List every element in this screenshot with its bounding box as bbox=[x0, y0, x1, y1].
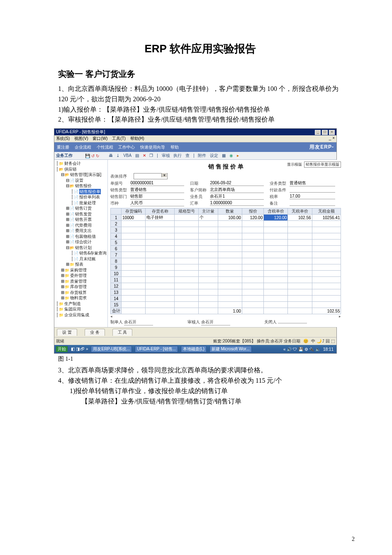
export-icon[interactable]: ⤓ bbox=[116, 153, 119, 158]
pay-value[interactable] bbox=[290, 187, 335, 193]
mdi-controls[interactable]: _ × bbox=[329, 136, 335, 142]
remark-value[interactable] bbox=[290, 200, 335, 206]
tree-node[interactable]: ⊟ 销售报价 bbox=[55, 183, 107, 189]
tree-node[interactable]: ⊞ 代垫费用 bbox=[55, 222, 107, 228]
tree-node[interactable]: ⊞ 销售发货 bbox=[55, 211, 107, 217]
tab-business[interactable]: 业 务 bbox=[85, 329, 105, 336]
tree-node[interactable]: ⊟ 设置 bbox=[55, 178, 107, 183]
settings-icon[interactable]: 设定 bbox=[210, 153, 218, 159]
quicklaunch-icon[interactable]: ◧ ◨ 🗗 » bbox=[71, 347, 88, 351]
nav-tree[interactable]: ┊ 财务会计┊ 供应链⊟ 销售管理[演示版]⊟ 设置⊟ 销售报价┊ 销售报价单┊… bbox=[54, 160, 108, 327]
window-controls[interactable]: _ □ × bbox=[315, 129, 335, 135]
table-row[interactable]: 4 bbox=[111, 233, 341, 240]
tree-node[interactable]: ⊞ 存货核算 bbox=[55, 290, 107, 296]
tree-node[interactable]: ⊞ 包装物租借 bbox=[55, 234, 107, 240]
save-icon[interactable]: 💾 ↺ ↻ bbox=[85, 154, 99, 158]
table-row[interactable]: 110000电子挂钟个100.00120.00120.00102.5610256… bbox=[111, 215, 341, 221]
menubar[interactable]: 系统(S) 视图(V) 窗口(W) 工具(T) 帮助(H) _ × bbox=[54, 135, 336, 142]
table-row[interactable]: 8 bbox=[111, 258, 341, 264]
table-row[interactable]: 6 bbox=[111, 246, 341, 252]
cmd-quickguide[interactable]: 快速使用向导 bbox=[140, 145, 165, 149]
biz-value[interactable]: 普通销售 bbox=[290, 180, 335, 186]
table-row[interactable]: 15 bbox=[111, 302, 341, 308]
table-row[interactable]: 10 bbox=[111, 271, 341, 277]
dept-value[interactable]: 销售部 bbox=[130, 193, 184, 200]
close-icon[interactable]: × bbox=[329, 130, 335, 135]
tree-node[interactable]: ┊ 供应链 bbox=[55, 166, 107, 172]
minimize-icon[interactable]: _ bbox=[315, 130, 321, 135]
tray-icons[interactable]: « 🔊 🛡 💾 ⚙ 🔌 🔈 bbox=[283, 347, 320, 352]
template-selector[interactable]: 显示模版 销售报价单显示模版 bbox=[287, 161, 341, 168]
tree-node[interactable]: ┊ 企业应用集成 bbox=[55, 312, 107, 318]
windows-taskbar[interactable]: 开始 ◧ ◨ 🗗 » 用友ERP-UB[系统... UFIDA-ERP - [销… bbox=[54, 345, 336, 353]
doc-icon[interactable]: ▤ bbox=[135, 153, 139, 158]
table-row[interactable]: 5 bbox=[111, 240, 341, 246]
menu-help[interactable]: 帮助(H) bbox=[130, 136, 144, 141]
cmd-help[interactable]: 帮助 bbox=[170, 145, 179, 149]
tree-node[interactable]: ⊞ 销售订货 bbox=[55, 205, 107, 211]
bottom-tabs[interactable]: 设 置 业 务 工 具 bbox=[54, 327, 336, 337]
task-button[interactable]: 本地磁盘(L) bbox=[181, 346, 207, 352]
template-value[interactable]: 销售报价单显示模版 bbox=[304, 161, 341, 168]
rate-value[interactable]: 1.00000000 bbox=[210, 200, 264, 206]
menu-view[interactable]: 视图(V) bbox=[74, 136, 88, 141]
table-row[interactable]: 11 bbox=[111, 277, 341, 283]
table-row[interactable]: 3 bbox=[111, 227, 341, 233]
tree-node[interactable]: ⊟ 销售管理[演示版] bbox=[55, 172, 107, 178]
tree-node[interactable]: ⊞ 质量管理 bbox=[55, 279, 107, 284]
tree-node[interactable]: ┊ 集团应用 bbox=[55, 306, 107, 312]
task-button[interactable]: 用友ERP-UB[系统... bbox=[91, 346, 132, 352]
menu-window[interactable]: 窗口(W) bbox=[93, 136, 107, 141]
close-icon[interactable]: × bbox=[332, 136, 335, 140]
currency-value[interactable]: 人民币 bbox=[130, 200, 184, 206]
tree-node[interactable]: ┊ 财务会计 bbox=[55, 161, 107, 166]
table-row[interactable]: 2 bbox=[111, 221, 341, 227]
find-icon[interactable]: 查 bbox=[185, 153, 190, 159]
tree-node[interactable]: ┊ 销售报价单 bbox=[55, 189, 107, 195]
tree-node[interactable]: ┊ 销售&存量查询 bbox=[55, 250, 107, 256]
table-row[interactable]: 14 bbox=[111, 296, 341, 302]
minimize-icon[interactable]: _ bbox=[329, 136, 331, 140]
no-value[interactable]: 0000000001 bbox=[130, 181, 184, 186]
tab-settings[interactable]: 设 置 bbox=[57, 329, 77, 336]
tax-value[interactable]: 17.00 bbox=[290, 194, 335, 199]
tree-node[interactable]: ┊ 生产制造 bbox=[55, 301, 107, 307]
tree-node[interactable]: ┊ 月末结账 bbox=[55, 256, 107, 262]
table-row[interactable]: 13 bbox=[111, 289, 341, 296]
delete-icon[interactable]: ✕ bbox=[143, 153, 146, 158]
menu-system[interactable]: 系统(S) bbox=[56, 136, 70, 141]
task-button[interactable]: UFIDA-ERP - [销售... bbox=[135, 346, 178, 352]
toolbar-icons[interactable]: 🖶 ⤓ VBA ▤ ✕ ❐ | 审核 执行 查 | 附件 设定 ▦ ◉ ▸ bbox=[107, 153, 240, 159]
cmd-personal-flow[interactable]: 个性流程 bbox=[97, 145, 113, 149]
tree-node[interactable]: ┊ 报价单列表 bbox=[55, 194, 107, 200]
status-icons[interactable]: 中 🌙 ⤴ 回 ⬚ bbox=[311, 339, 335, 343]
tree-node[interactable]: ⊞ 物料需求 bbox=[55, 295, 107, 301]
tree-node[interactable]: ⊞ 采购管理 bbox=[55, 267, 107, 273]
saletype-value[interactable]: 普通销售 bbox=[130, 187, 184, 193]
table-row[interactable]: 7 bbox=[111, 252, 341, 258]
sort-select[interactable] bbox=[134, 173, 168, 179]
cmd-workcenter[interactable]: 工作中心 bbox=[118, 145, 135, 149]
print-icon[interactable]: 🖶 bbox=[109, 153, 113, 158]
audit-icon[interactable]: 审核 bbox=[162, 153, 170, 159]
vba-icon[interactable]: VBA bbox=[123, 153, 131, 158]
table-row[interactable]: 12 bbox=[111, 283, 341, 289]
task-button[interactable]: 新建 Microsoft Wor... bbox=[209, 346, 252, 352]
tree-node[interactable]: ⊞ 委外管理 bbox=[55, 273, 107, 279]
person-value[interactable]: 余石开1 bbox=[210, 193, 264, 200]
tab-tools[interactable]: 工 具 bbox=[112, 329, 133, 336]
menu-tools[interactable]: 工具(T) bbox=[112, 136, 126, 141]
cmd-enterprise-flow[interactable]: 企业流程 bbox=[75, 145, 91, 149]
grid-icon[interactable]: ▦ bbox=[222, 153, 226, 158]
start-button[interactable]: 开始 bbox=[56, 346, 68, 352]
date-value[interactable]: 2006-09-02 bbox=[210, 181, 264, 186]
exit-icon[interactable]: ▸ bbox=[237, 153, 239, 158]
tree-node[interactable]: ⊞ 综合统计 bbox=[55, 239, 107, 245]
copy-icon[interactable]: ❐ bbox=[149, 153, 153, 158]
tree-node[interactable]: ⊞ 费用支出 bbox=[55, 228, 107, 234]
maximize-icon[interactable]: □ bbox=[322, 130, 328, 135]
table-row[interactable]: 9 bbox=[111, 264, 341, 271]
tree-node[interactable]: ⊞ 库存管理 bbox=[55, 284, 107, 290]
ime-icon[interactable]: 😊 bbox=[303, 339, 308, 343]
detail-grid[interactable]: 存货编码存货名称规格型号主计量数量报价含税单价无税单价无税金额 110000电子… bbox=[110, 208, 341, 314]
